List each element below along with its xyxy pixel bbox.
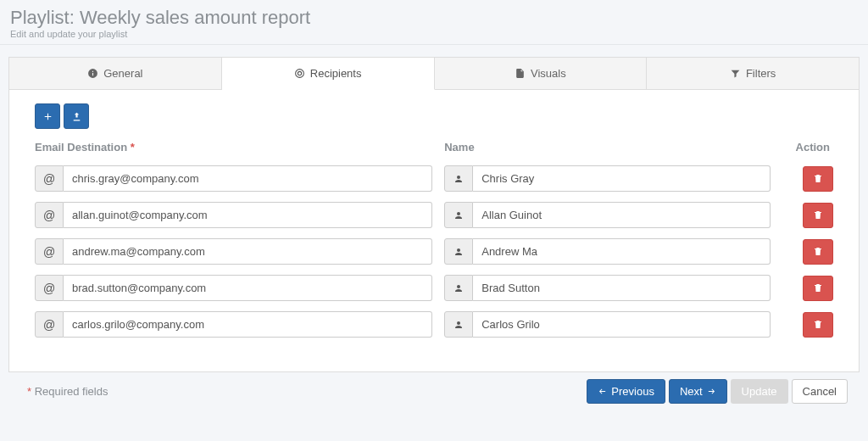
name-input[interactable] bbox=[473, 202, 771, 228]
name-input[interactable] bbox=[473, 311, 771, 338]
user-icon bbox=[444, 238, 473, 265]
user-icon bbox=[444, 165, 473, 192]
tab-visuals[interactable]: Visuals bbox=[435, 57, 648, 90]
filter-icon bbox=[730, 68, 741, 79]
name-input[interactable] bbox=[473, 238, 771, 265]
delete-row-button[interactable] bbox=[803, 276, 833, 301]
email-input-group: @ bbox=[35, 238, 432, 265]
name-input-group bbox=[444, 238, 771, 265]
email-input[interactable] bbox=[64, 238, 432, 265]
page-header: Playlist: Weekly sales amount report Edi… bbox=[0, 0, 868, 45]
trash-icon bbox=[813, 282, 823, 293]
trash-icon bbox=[813, 209, 823, 220]
required-fields-note: * Required fields bbox=[27, 385, 108, 398]
tabs: General Recipients Visuals Filters bbox=[8, 57, 860, 90]
email-input[interactable] bbox=[64, 275, 432, 301]
email-input[interactable] bbox=[64, 202, 432, 228]
user-icon bbox=[444, 202, 473, 228]
at-icon: @ bbox=[35, 311, 64, 338]
tab-filters[interactable]: Filters bbox=[647, 57, 860, 90]
tab-general-label: General bbox=[103, 67, 142, 80]
email-input-group: @ bbox=[35, 275, 432, 301]
at-icon: @ bbox=[35, 275, 64, 301]
user-icon bbox=[444, 311, 473, 338]
tab-general[interactable]: General bbox=[8, 57, 222, 90]
previous-button[interactable]: Previous bbox=[587, 379, 665, 404]
cancel-button[interactable]: Cancel bbox=[792, 379, 848, 404]
delete-row-button[interactable] bbox=[803, 166, 833, 192]
info-icon bbox=[87, 68, 98, 79]
update-button: Update bbox=[731, 379, 788, 404]
page-title: Playlist: Weekly sales amount report bbox=[10, 7, 858, 29]
name-input-group bbox=[444, 275, 771, 301]
arrow-right-icon bbox=[707, 387, 716, 396]
tab-panel: Email Destination * Name Action @ @ bbox=[8, 90, 860, 372]
tab-recipients-label: Recipients bbox=[310, 67, 362, 80]
name-input[interactable] bbox=[473, 165, 771, 192]
at-icon: @ bbox=[35, 202, 64, 228]
delete-row-button[interactable] bbox=[803, 239, 833, 265]
trash-icon bbox=[813, 246, 823, 257]
trash-icon bbox=[813, 319, 823, 330]
name-input[interactable] bbox=[473, 275, 771, 301]
tab-recipients[interactable]: Recipients bbox=[222, 57, 435, 90]
email-input-group: @ bbox=[35, 311, 432, 338]
plus-icon bbox=[42, 111, 53, 122]
email-input[interactable] bbox=[64, 165, 432, 192]
footer: * Required fields Previous Next Update C… bbox=[8, 372, 860, 404]
tab-filters-label: Filters bbox=[746, 67, 776, 80]
name-input-group bbox=[444, 165, 771, 192]
column-header-email: Email Destination * bbox=[35, 141, 432, 155]
email-input-group: @ bbox=[35, 165, 432, 192]
add-recipient-button[interactable] bbox=[35, 103, 60, 129]
next-button[interactable]: Next bbox=[669, 379, 727, 404]
column-header-name: Name bbox=[444, 141, 771, 155]
tab-visuals-label: Visuals bbox=[531, 67, 566, 80]
upload-recipients-button[interactable] bbox=[64, 103, 89, 129]
toolbar bbox=[35, 103, 833, 129]
column-header-action: Action bbox=[782, 141, 833, 155]
arrow-left-icon bbox=[598, 387, 607, 396]
name-input-group bbox=[444, 202, 771, 228]
delete-row-button[interactable] bbox=[803, 312, 833, 338]
email-input[interactable] bbox=[64, 311, 432, 338]
email-input-group: @ bbox=[35, 202, 432, 228]
at-icon: @ bbox=[35, 165, 64, 192]
file-icon bbox=[515, 68, 526, 79]
trash-icon bbox=[813, 173, 823, 184]
page-subtitle: Edit and update your playlist bbox=[10, 29, 858, 39]
target-icon bbox=[294, 68, 305, 79]
upload-icon bbox=[71, 111, 82, 122]
at-icon: @ bbox=[35, 238, 64, 265]
delete-row-button[interactable] bbox=[803, 203, 833, 228]
name-input-group bbox=[444, 311, 771, 338]
required-mark: * bbox=[131, 141, 135, 154]
user-icon bbox=[444, 275, 473, 301]
